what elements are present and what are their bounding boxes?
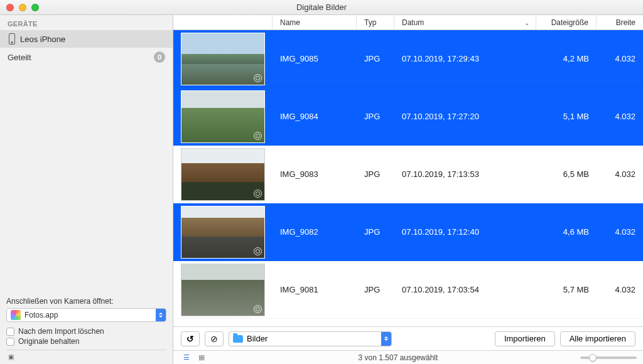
keep-originals-label: Originale behalten [18,337,79,346]
folder-icon [233,335,243,343]
sidebar-item-device[interactable]: Leos iPhone [0,30,173,48]
thumbnail-image [181,33,265,85]
shared-label: Geteilt [8,53,31,62]
action-bar: ↺ ⊘ Bilder Importieren Alle importieren [173,326,643,350]
checkbox-icon [6,328,14,336]
delete-after-label: Nach dem Import löschen [18,327,104,336]
status-bar: ☰ ▦ 3 von 1.507 ausgewählt [173,350,643,364]
show-hide-toggle-icon[interactable]: ▣ [6,353,15,360]
cell-size: 5,1 MB [536,112,597,121]
sidebar-section-devices: GERÄTE [0,15,173,30]
cell-size: 5,7 MB [536,285,597,294]
cell-name: IMG_9083 [273,169,357,179]
cell-date: 07.10.2019, 17:27:20 [394,112,536,121]
cell-width: 4.032 [597,169,643,179]
thumbnail-image [181,206,265,259]
destination-value: Bilder [247,334,381,343]
delete-after-import-checkbox[interactable]: Nach dem Import löschen [6,327,166,336]
rotate-button[interactable]: ↺ [181,331,200,346]
selection-status: 3 von 1.507 ausgewählt [216,353,580,362]
sidebar-footer: ▣ [6,350,166,360]
chevron-down-icon: ⌄ [524,19,529,26]
cell-size: 6,5 MB [536,169,597,179]
checkbox-icon [6,338,14,346]
cell-width: 4.032 [597,227,643,237]
cell-size: 4,2 MB [536,54,597,63]
open-with-label: Anschließen von Kamera öffnet: [6,297,166,306]
slider-knob[interactable] [589,354,597,361]
stepper-icon [156,309,166,321]
window-title: Digitale Bilder [0,3,643,12]
table-header: Name Typ Datum ⌄ Dateigröße Breite [173,15,643,30]
cell-date: 07.10.2019, 17:13:53 [394,169,536,179]
live-photo-icon [254,132,262,140]
import-all-button[interactable]: Alle importieren [560,331,635,346]
content: Name Typ Datum ⌄ Dateigröße Breite IMG_9… [173,15,643,364]
live-photo-icon [254,190,262,198]
live-photo-icon [254,247,262,255]
keep-originals-checkbox[interactable]: Originale behalten [6,337,166,346]
thumbnail-image [181,264,265,316]
cell-type: JPG [357,227,394,237]
cell-type: JPG [357,54,394,63]
live-photo-icon [254,74,262,82]
photos-app-icon [11,310,21,320]
cell-name: IMG_9085 [273,54,357,63]
cell-size: 4,6 MB [536,227,597,237]
cell-name: IMG_9084 [273,112,357,121]
import-selected-button[interactable]: Importieren [495,331,555,346]
cell-thumb [173,264,273,316]
sidebar: GERÄTE Leos iPhone Geteilt 0 Anschließen… [0,15,173,364]
cell-width: 4.032 [597,285,643,294]
table-body: IMG_9085JPG07.10.2019, 17:29:434,2 MB4.0… [173,30,643,326]
table-row[interactable]: IMG_9084JPG07.10.2019, 17:27:205,1 MB4.0… [173,88,643,146]
col-name[interactable]: Name [273,15,357,29]
grid-view-button[interactable]: ▦ [195,353,208,363]
list-view-button[interactable]: ☰ [180,353,193,363]
live-photo-icon [254,305,262,313]
cell-name: IMG_9082 [273,227,357,237]
cell-type: JPG [357,112,394,121]
col-thumb[interactable] [173,15,273,29]
device-name: Leos iPhone [20,35,65,44]
table-row[interactable]: IMG_9082JPG07.10.2019, 17:12:404,6 MB4.0… [173,203,643,261]
sidebar-item-shared[interactable]: Geteilt 0 [0,48,173,67]
stepper-icon [381,332,391,346]
cancel-button[interactable]: ⊘ [205,331,224,346]
thumbnail-image [181,90,265,143]
col-width[interactable]: Breite [597,15,643,29]
table-row[interactable]: IMG_9083JPG07.10.2019, 17:13:536,5 MB4.0… [173,146,643,203]
open-with-value: Fotos.app [24,311,156,319]
thumbnail-size-slider[interactable] [580,356,637,359]
open-with-picker[interactable]: Fotos.app [6,308,166,322]
thumbnail-image [181,148,265,201]
cell-name: IMG_9081 [273,285,357,294]
sidebar-bottom: Anschließen von Kamera öffnet: Fotos.app… [0,297,173,364]
cell-date: 07.10.2019, 17:12:40 [394,227,536,237]
iphone-icon [9,33,15,45]
col-size[interactable]: Dateigröße [536,15,597,29]
cell-thumb [173,148,273,201]
cell-width: 4.032 [597,112,643,121]
cell-thumb [173,33,273,85]
cell-type: JPG [357,169,394,179]
table-row[interactable]: IMG_9081JPG07.10.2019, 17:03:545,7 MB4.0… [173,261,643,319]
destination-picker[interactable]: Bilder [229,331,392,346]
cell-thumb [173,206,273,259]
titlebar: Digitale Bilder [0,0,643,15]
cell-date: 07.10.2019, 17:03:54 [394,285,536,294]
cell-width: 4.032 [597,54,643,63]
col-date[interactable]: Datum ⌄ [394,15,536,29]
table-row[interactable]: IMG_9085JPG07.10.2019, 17:29:434,2 MB4.0… [173,30,643,88]
cell-type: JPG [357,285,394,294]
col-date-label: Datum [402,18,424,27]
shared-count-badge: 0 [154,51,165,63]
cell-thumb [173,90,273,143]
cell-date: 07.10.2019, 17:29:43 [394,54,536,63]
col-type[interactable]: Typ [357,15,394,29]
view-mode-toggle: ☰ ▦ [180,353,208,363]
